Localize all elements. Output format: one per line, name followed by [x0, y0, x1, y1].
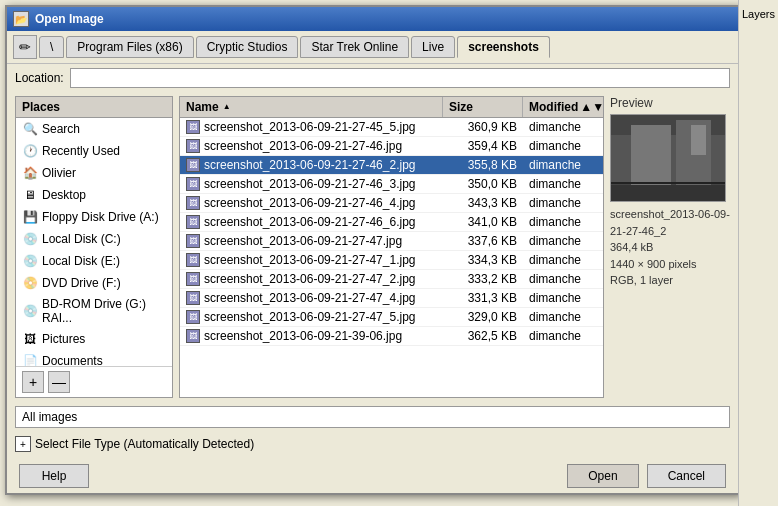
- file-size: 362,5 KB: [443, 329, 523, 343]
- file-name: 🖼 screenshot_2013-06-09-21-27-47_5.jpg: [180, 310, 443, 324]
- filter-input[interactable]: [15, 406, 730, 428]
- file-thumb-icon: 🖼: [186, 196, 200, 210]
- title-bar: 📂 Open Image: [7, 7, 738, 31]
- file-name: 🖼 screenshot_2013-06-09-21-27-47_1.jpg: [180, 253, 443, 267]
- main-area: Places 🔍Search🕐Recently Used🏠Olivier🖥Des…: [7, 92, 738, 402]
- places-item[interactable]: 📀DVD Drive (F:): [16, 272, 172, 294]
- file-row[interactable]: 🖼 screenshot_2013-06-09-21-27-46_6.jpg 3…: [180, 213, 603, 232]
- file-thumb-icon: 🖼: [186, 120, 200, 134]
- place-icon: 🏠: [22, 165, 38, 181]
- places-item[interactable]: 💿BD-ROM Drive (G:) RAI...: [16, 294, 172, 328]
- place-icon: 💾: [22, 209, 38, 225]
- file-row[interactable]: 🖼 screenshot_2013-06-09-21-27-46_2.jpg 3…: [180, 156, 603, 175]
- edit-path-button[interactable]: ✏: [13, 35, 37, 59]
- preview-panel: Preview screenshot_2013-06-09: [610, 96, 730, 398]
- svg-rect-5: [611, 185, 726, 202]
- breadcrumb-root[interactable]: \: [39, 36, 64, 58]
- column-name-header[interactable]: Name ▲: [180, 97, 443, 117]
- select-file-type-bar: + Select File Type (Automatically Detect…: [7, 432, 738, 456]
- breadcrumb-screenshots[interactable]: screenshots: [457, 36, 550, 58]
- footer-right: Open Cancel: [567, 464, 726, 488]
- place-label: DVD Drive (F:): [42, 276, 121, 290]
- file-name: 🖼 screenshot_2013-06-09-21-27-47.jpg: [180, 234, 443, 248]
- place-label: Floppy Disk Drive (A:): [42, 210, 159, 224]
- sort-arrows-name: ▲: [223, 103, 231, 111]
- place-icon: 💿: [22, 303, 38, 319]
- file-modified: dimanche: [523, 329, 603, 343]
- places-panel: Places 🔍Search🕐Recently Used🏠Olivier🖥Des…: [15, 96, 173, 398]
- file-modified: dimanche: [523, 120, 603, 134]
- file-thumb-icon: 🖼: [186, 177, 200, 191]
- file-size: 331,3 KB: [443, 291, 523, 305]
- place-label: Recently Used: [42, 144, 120, 158]
- file-row[interactable]: 🖼 screenshot_2013-06-09-21-27-47_5.jpg 3…: [180, 308, 603, 327]
- file-modified: dimanche: [523, 310, 603, 324]
- file-row[interactable]: 🖼 screenshot_2013-06-09-21-27-47_1.jpg 3…: [180, 251, 603, 270]
- file-size: 337,6 KB: [443, 234, 523, 248]
- place-icon: 💿: [22, 231, 38, 247]
- file-row[interactable]: 🖼 screenshot_2013-06-09-21-27-45_5.jpg 3…: [180, 118, 603, 137]
- file-thumb-icon: 🖼: [186, 272, 200, 286]
- open-button[interactable]: Open: [567, 464, 638, 488]
- files-header: Name ▲ Size Modified ▲▼: [180, 97, 603, 118]
- breadcrumb-live[interactable]: Live: [411, 36, 455, 58]
- file-modified: dimanche: [523, 291, 603, 305]
- file-row[interactable]: 🖼 screenshot_2013-06-09-21-27-47_4.jpg 3…: [180, 289, 603, 308]
- place-icon: 🖼: [22, 331, 38, 347]
- place-icon: 🖥: [22, 187, 38, 203]
- places-item[interactable]: 💾Floppy Disk Drive (A:): [16, 206, 172, 228]
- breadcrumb-cryptic-studios[interactable]: Cryptic Studios: [196, 36, 299, 58]
- column-modified-header[interactable]: Modified ▲▼: [523, 97, 603, 117]
- file-size: 350,0 KB: [443, 177, 523, 191]
- breadcrumb-program-files[interactable]: Program Files (x86): [66, 36, 193, 58]
- places-item[interactable]: 💿Local Disk (E:): [16, 250, 172, 272]
- file-size: 359,4 KB: [443, 139, 523, 153]
- file-row[interactable]: 🖼 screenshot_2013-06-09-21-27-46.jpg 359…: [180, 137, 603, 156]
- file-row[interactable]: 🖼 screenshot_2013-06-09-21-27-47.jpg 337…: [180, 232, 603, 251]
- file-size: 355,8 KB: [443, 158, 523, 172]
- file-row[interactable]: 🖼 screenshot_2013-06-09-21-39-06.jpg 362…: [180, 327, 603, 346]
- file-name: 🖼 screenshot_2013-06-09-21-27-46.jpg: [180, 139, 443, 153]
- preview-svg: [611, 115, 726, 202]
- file-name: 🖼 screenshot_2013-06-09-21-27-46_3.jpg: [180, 177, 443, 191]
- file-row[interactable]: 🖼 screenshot_2013-06-09-21-27-46_3.jpg 3…: [180, 175, 603, 194]
- places-item[interactable]: 🏠Olivier: [16, 162, 172, 184]
- file-modified: dimanche: [523, 215, 603, 229]
- location-input[interactable]: [70, 68, 730, 88]
- column-size-header[interactable]: Size: [443, 97, 523, 117]
- place-icon: 📄: [22, 353, 38, 366]
- file-modified: dimanche: [523, 177, 603, 191]
- places-item[interactable]: 🖼Pictures: [16, 328, 172, 350]
- file-name: 🖼 screenshot_2013-06-09-21-27-45_5.jpg: [180, 120, 443, 134]
- file-modified: dimanche: [523, 253, 603, 267]
- place-label: Local Disk (C:): [42, 232, 121, 246]
- file-row[interactable]: 🖼 screenshot_2013-06-09-21-27-47_2.jpg 3…: [180, 270, 603, 289]
- places-item[interactable]: 🔍Search: [16, 118, 172, 140]
- places-item[interactable]: 🕐Recently Used: [16, 140, 172, 162]
- files-list: 🖼 screenshot_2013-06-09-21-27-45_5.jpg 3…: [180, 118, 603, 397]
- location-label: Location:: [15, 71, 64, 85]
- help-button[interactable]: Help: [19, 464, 89, 488]
- places-item[interactable]: 💿Local Disk (C:): [16, 228, 172, 250]
- breadcrumb-star-trek[interactable]: Star Trek Online: [300, 36, 409, 58]
- file-size: 360,9 KB: [443, 120, 523, 134]
- file-thumb-icon: 🖼: [186, 158, 200, 172]
- file-modified: dimanche: [523, 272, 603, 286]
- preview-info: screenshot_2013-06-09-21-27-46_2 364,4 k…: [610, 206, 730, 289]
- preview-image-box: [610, 114, 726, 202]
- file-row[interactable]: 🖼 screenshot_2013-06-09-21-27-46_4.jpg 3…: [180, 194, 603, 213]
- places-item[interactable]: 📄Documents: [16, 350, 172, 366]
- file-size: 333,2 KB: [443, 272, 523, 286]
- add-place-button[interactable]: +: [22, 371, 44, 393]
- place-label: Search: [42, 122, 80, 136]
- file-modified: dimanche: [523, 158, 603, 172]
- preview-dimensions: 1440 × 900 pixels: [610, 256, 730, 273]
- scroll-arrows: ▲▼: [580, 100, 604, 114]
- cancel-button[interactable]: Cancel: [647, 464, 726, 488]
- file-thumb-icon: 🖼: [186, 310, 200, 324]
- places-item[interactable]: 🖥Desktop: [16, 184, 172, 206]
- expand-icon[interactable]: +: [15, 436, 31, 452]
- select-file-type-label: Select File Type (Automatically Detected…: [35, 437, 254, 451]
- remove-place-button[interactable]: —: [48, 371, 70, 393]
- footer-bar: Help Open Cancel: [7, 456, 738, 496]
